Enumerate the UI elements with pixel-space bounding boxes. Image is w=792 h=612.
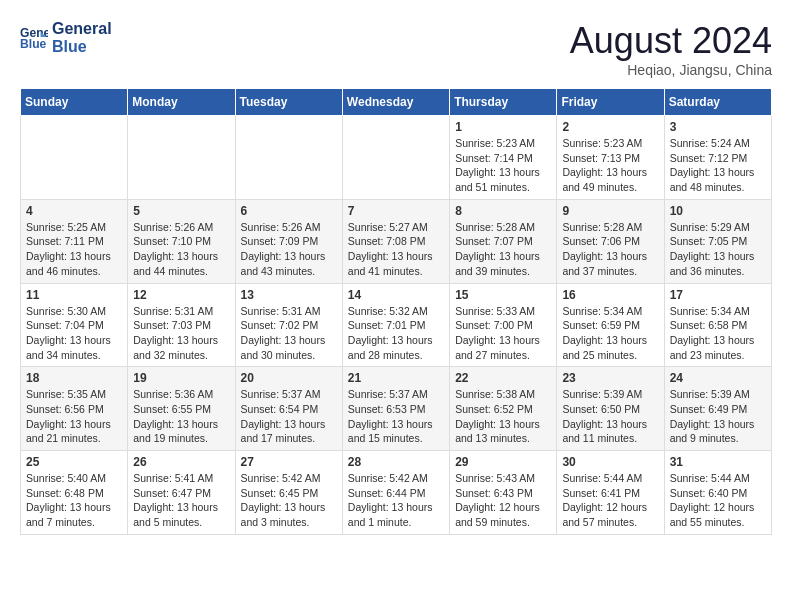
day-info: Sunrise: 5:37 AMSunset: 6:54 PMDaylight:… [241, 387, 337, 446]
svg-text:Blue: Blue [20, 37, 47, 51]
day-number: 9 [562, 204, 658, 218]
calendar-day: 10Sunrise: 5:29 AMSunset: 7:05 PMDayligh… [664, 199, 771, 283]
calendar-day: 30Sunrise: 5:44 AMSunset: 6:41 PMDayligh… [557, 451, 664, 535]
day-number: 6 [241, 204, 337, 218]
logo-icon: General Blue [20, 24, 48, 52]
calendar-day-empty [128, 116, 235, 200]
calendar-day: 11Sunrise: 5:30 AMSunset: 7:04 PMDayligh… [21, 283, 128, 367]
day-info: Sunrise: 5:31 AMSunset: 7:03 PMDaylight:… [133, 304, 229, 363]
day-info: Sunrise: 5:24 AMSunset: 7:12 PMDaylight:… [670, 136, 766, 195]
day-info: Sunrise: 5:39 AMSunset: 6:49 PMDaylight:… [670, 387, 766, 446]
day-number: 31 [670, 455, 766, 469]
day-info: Sunrise: 5:44 AMSunset: 6:41 PMDaylight:… [562, 471, 658, 530]
day-number: 25 [26, 455, 122, 469]
day-number: 17 [670, 288, 766, 302]
day-info: Sunrise: 5:34 AMSunset: 6:58 PMDaylight:… [670, 304, 766, 363]
day-number: 19 [133, 371, 229, 385]
calendar-day-empty [21, 116, 128, 200]
day-info: Sunrise: 5:42 AMSunset: 6:44 PMDaylight:… [348, 471, 444, 530]
day-info: Sunrise: 5:38 AMSunset: 6:52 PMDaylight:… [455, 387, 551, 446]
calendar-table: SundayMondayTuesdayWednesdayThursdayFrid… [20, 88, 772, 535]
day-number: 13 [241, 288, 337, 302]
weekday-header: Monday [128, 89, 235, 116]
day-number: 1 [455, 120, 551, 134]
calendar-day: 17Sunrise: 5:34 AMSunset: 6:58 PMDayligh… [664, 283, 771, 367]
day-number: 30 [562, 455, 658, 469]
day-number: 18 [26, 371, 122, 385]
day-number: 20 [241, 371, 337, 385]
calendar-week-row: 11Sunrise: 5:30 AMSunset: 7:04 PMDayligh… [21, 283, 772, 367]
logo: General Blue General Blue [20, 20, 112, 56]
day-number: 22 [455, 371, 551, 385]
page-header: General Blue General Blue August 2024 He… [20, 20, 772, 78]
calendar-day: 18Sunrise: 5:35 AMSunset: 6:56 PMDayligh… [21, 367, 128, 451]
weekday-header: Friday [557, 89, 664, 116]
weekday-header: Sunday [21, 89, 128, 116]
calendar-day: 4Sunrise: 5:25 AMSunset: 7:11 PMDaylight… [21, 199, 128, 283]
calendar-day: 28Sunrise: 5:42 AMSunset: 6:44 PMDayligh… [342, 451, 449, 535]
calendar-day: 20Sunrise: 5:37 AMSunset: 6:54 PMDayligh… [235, 367, 342, 451]
title-block: August 2024 Heqiao, Jiangsu, China [570, 20, 772, 78]
calendar-day: 6Sunrise: 5:26 AMSunset: 7:09 PMDaylight… [235, 199, 342, 283]
calendar-day: 1Sunrise: 5:23 AMSunset: 7:14 PMDaylight… [450, 116, 557, 200]
calendar-day: 15Sunrise: 5:33 AMSunset: 7:00 PMDayligh… [450, 283, 557, 367]
calendar-day: 12Sunrise: 5:31 AMSunset: 7:03 PMDayligh… [128, 283, 235, 367]
logo-general: General [52, 20, 112, 38]
day-info: Sunrise: 5:31 AMSunset: 7:02 PMDaylight:… [241, 304, 337, 363]
calendar-day: 9Sunrise: 5:28 AMSunset: 7:06 PMDaylight… [557, 199, 664, 283]
calendar-day-empty [235, 116, 342, 200]
day-info: Sunrise: 5:26 AMSunset: 7:10 PMDaylight:… [133, 220, 229, 279]
day-number: 10 [670, 204, 766, 218]
day-number: 21 [348, 371, 444, 385]
day-info: Sunrise: 5:28 AMSunset: 7:06 PMDaylight:… [562, 220, 658, 279]
calendar-day: 19Sunrise: 5:36 AMSunset: 6:55 PMDayligh… [128, 367, 235, 451]
calendar-day: 21Sunrise: 5:37 AMSunset: 6:53 PMDayligh… [342, 367, 449, 451]
day-info: Sunrise: 5:28 AMSunset: 7:07 PMDaylight:… [455, 220, 551, 279]
calendar-day: 27Sunrise: 5:42 AMSunset: 6:45 PMDayligh… [235, 451, 342, 535]
day-number: 12 [133, 288, 229, 302]
calendar-day: 26Sunrise: 5:41 AMSunset: 6:47 PMDayligh… [128, 451, 235, 535]
calendar-day: 7Sunrise: 5:27 AMSunset: 7:08 PMDaylight… [342, 199, 449, 283]
day-number: 28 [348, 455, 444, 469]
day-info: Sunrise: 5:23 AMSunset: 7:13 PMDaylight:… [562, 136, 658, 195]
weekday-header: Wednesday [342, 89, 449, 116]
day-number: 15 [455, 288, 551, 302]
day-info: Sunrise: 5:29 AMSunset: 7:05 PMDaylight:… [670, 220, 766, 279]
calendar-day: 29Sunrise: 5:43 AMSunset: 6:43 PMDayligh… [450, 451, 557, 535]
calendar-day: 14Sunrise: 5:32 AMSunset: 7:01 PMDayligh… [342, 283, 449, 367]
day-number: 3 [670, 120, 766, 134]
day-info: Sunrise: 5:43 AMSunset: 6:43 PMDaylight:… [455, 471, 551, 530]
day-info: Sunrise: 5:27 AMSunset: 7:08 PMDaylight:… [348, 220, 444, 279]
day-number: 2 [562, 120, 658, 134]
calendar-week-row: 4Sunrise: 5:25 AMSunset: 7:11 PMDaylight… [21, 199, 772, 283]
calendar-day: 24Sunrise: 5:39 AMSunset: 6:49 PMDayligh… [664, 367, 771, 451]
day-number: 4 [26, 204, 122, 218]
calendar-week-row: 18Sunrise: 5:35 AMSunset: 6:56 PMDayligh… [21, 367, 772, 451]
calendar-day: 23Sunrise: 5:39 AMSunset: 6:50 PMDayligh… [557, 367, 664, 451]
day-number: 23 [562, 371, 658, 385]
day-info: Sunrise: 5:25 AMSunset: 7:11 PMDaylight:… [26, 220, 122, 279]
day-number: 7 [348, 204, 444, 218]
calendar-day: 2Sunrise: 5:23 AMSunset: 7:13 PMDaylight… [557, 116, 664, 200]
calendar-day: 13Sunrise: 5:31 AMSunset: 7:02 PMDayligh… [235, 283, 342, 367]
day-info: Sunrise: 5:36 AMSunset: 6:55 PMDaylight:… [133, 387, 229, 446]
calendar-day: 8Sunrise: 5:28 AMSunset: 7:07 PMDaylight… [450, 199, 557, 283]
calendar-day: 5Sunrise: 5:26 AMSunset: 7:10 PMDaylight… [128, 199, 235, 283]
day-number: 5 [133, 204, 229, 218]
day-info: Sunrise: 5:35 AMSunset: 6:56 PMDaylight:… [26, 387, 122, 446]
calendar-week-row: 25Sunrise: 5:40 AMSunset: 6:48 PMDayligh… [21, 451, 772, 535]
day-number: 24 [670, 371, 766, 385]
weekday-header-row: SundayMondayTuesdayWednesdayThursdayFrid… [21, 89, 772, 116]
weekday-header: Thursday [450, 89, 557, 116]
day-info: Sunrise: 5:42 AMSunset: 6:45 PMDaylight:… [241, 471, 337, 530]
calendar-week-row: 1Sunrise: 5:23 AMSunset: 7:14 PMDaylight… [21, 116, 772, 200]
calendar-day-empty [342, 116, 449, 200]
day-info: Sunrise: 5:34 AMSunset: 6:59 PMDaylight:… [562, 304, 658, 363]
calendar-day: 3Sunrise: 5:24 AMSunset: 7:12 PMDaylight… [664, 116, 771, 200]
day-info: Sunrise: 5:33 AMSunset: 7:00 PMDaylight:… [455, 304, 551, 363]
day-info: Sunrise: 5:44 AMSunset: 6:40 PMDaylight:… [670, 471, 766, 530]
calendar-day: 22Sunrise: 5:38 AMSunset: 6:52 PMDayligh… [450, 367, 557, 451]
day-number: 11 [26, 288, 122, 302]
location-subtitle: Heqiao, Jiangsu, China [570, 62, 772, 78]
day-info: Sunrise: 5:30 AMSunset: 7:04 PMDaylight:… [26, 304, 122, 363]
